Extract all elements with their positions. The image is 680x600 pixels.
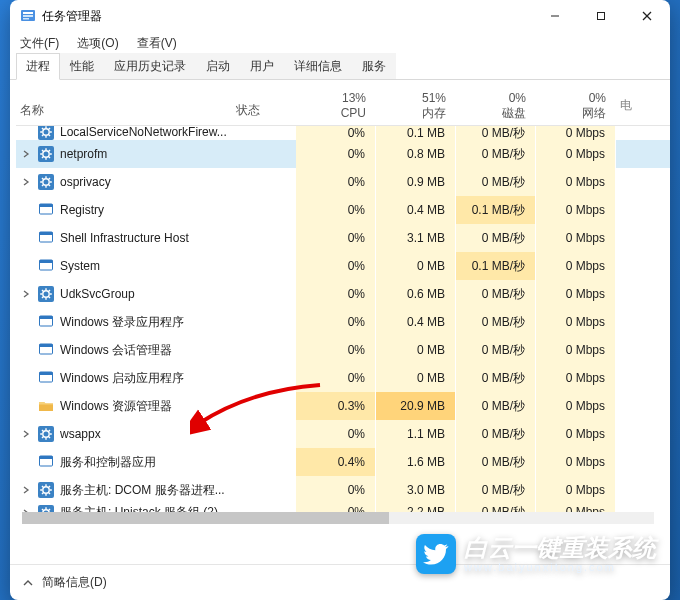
- tab-startup[interactable]: 启动: [196, 53, 240, 79]
- process-memory: 1.1 MB: [376, 420, 456, 448]
- chevron-right-icon[interactable]: [20, 148, 32, 160]
- process-network: 0 Mbps: [536, 280, 616, 308]
- fewer-details-button[interactable]: 简略信息(D): [42, 574, 107, 591]
- process-network: 0 Mbps: [536, 252, 616, 280]
- table-row[interactable]: Windows 启动应用程序0%0 MB0 MB/秒0 Mbps: [16, 364, 670, 392]
- table-row[interactable]: Shell Infrastructure Host0%3.1 MB0 MB/秒0…: [16, 224, 670, 252]
- process-name: Windows 登录应用程序: [60, 314, 184, 331]
- table-row[interactable]: Windows 资源管理器0.3%20.9 MB0 MB/秒0 Mbps: [16, 392, 670, 420]
- table-row[interactable]: 服务和控制器应用0.4%1.6 MB0 MB/秒0 Mbps: [16, 448, 670, 476]
- maximize-button[interactable]: [578, 0, 624, 32]
- app-icon: [38, 230, 54, 246]
- tab-apphistory[interactable]: 应用历史记录: [104, 53, 196, 79]
- scrollbar-thumb[interactable]: [22, 512, 389, 524]
- svg-line-36: [49, 178, 50, 179]
- process-memory: 0 MB: [376, 336, 456, 364]
- process-memory: 0.4 MB: [376, 196, 456, 224]
- header-name[interactable]: 名称: [16, 102, 236, 125]
- process-network: 0 Mbps: [536, 224, 616, 252]
- svg-line-17: [42, 135, 43, 136]
- svg-line-15: [49, 135, 50, 136]
- menu-view[interactable]: 查看(V): [133, 33, 181, 54]
- svg-rect-5: [598, 13, 605, 20]
- process-name: netprofm: [60, 147, 107, 161]
- gear-icon: [38, 286, 54, 302]
- process-cpu: 0%: [296, 126, 376, 140]
- svg-rect-59: [40, 372, 53, 375]
- process-cpu: 0%: [296, 420, 376, 448]
- header-disk[interactable]: 0%磁盘: [456, 91, 536, 120]
- gear-icon: [38, 426, 54, 442]
- header-memory[interactable]: 51%内存: [376, 91, 456, 120]
- process-network: 0 Mbps: [536, 448, 616, 476]
- close-button[interactable]: [624, 0, 670, 32]
- tab-users[interactable]: 用户: [240, 53, 284, 79]
- chevron-up-icon[interactable]: [22, 577, 34, 589]
- header-power[interactable]: 电: [616, 97, 636, 114]
- process-cpu: 0%: [296, 252, 376, 280]
- process-disk: 0 MB/秒: [456, 126, 536, 140]
- process-network: 0 Mbps: [536, 476, 616, 504]
- table-row[interactable]: Windows 会话管理器0%0 MB0 MB/秒0 Mbps: [16, 336, 670, 364]
- process-rows: LocalServiceNoNetworkFirew...0%0.1 MB0 M…: [16, 126, 670, 530]
- titlebar[interactable]: 任务管理器: [10, 0, 670, 32]
- svg-rect-71: [40, 456, 53, 459]
- tab-performance[interactable]: 性能: [60, 53, 104, 79]
- column-headers: 名称 状态 13%CPU 51%内存 0%磁盘 0%网络 电: [16, 86, 670, 126]
- process-memory: 0.8 MB: [376, 140, 456, 168]
- process-name: wsappx: [60, 427, 101, 441]
- process-cpu: 0%: [296, 168, 376, 196]
- table-row[interactable]: Windows 登录应用程序0%0.4 MB0 MB/秒0 Mbps: [16, 308, 670, 336]
- svg-line-26: [49, 150, 50, 151]
- process-memory: 0.6 MB: [376, 280, 456, 308]
- process-disk: 0.1 MB/秒: [456, 196, 536, 224]
- process-name: Windows 会话管理器: [60, 342, 172, 359]
- svg-rect-2: [23, 15, 33, 17]
- chevron-right-icon[interactable]: [20, 428, 32, 440]
- svg-line-16: [49, 128, 50, 129]
- menu-file[interactable]: 文件(F): [16, 33, 63, 54]
- table-row[interactable]: wsappx0%1.1 MB0 MB/秒0 Mbps: [16, 420, 670, 448]
- app-icon: [38, 342, 54, 358]
- tab-details[interactable]: 详细信息: [284, 53, 352, 79]
- process-memory: 0 MB: [376, 364, 456, 392]
- tab-services[interactable]: 服务: [352, 53, 396, 79]
- process-disk: 0 MB/秒: [456, 392, 536, 420]
- table-row[interactable]: LocalServiceNoNetworkFirew...0%0.1 MB0 M…: [16, 126, 670, 140]
- table-row[interactable]: 服务主机: DCOM 服务器进程...0%3.0 MB0 MB/秒0 Mbps: [16, 476, 670, 504]
- chevron-right-icon[interactable]: [20, 484, 32, 496]
- svg-line-67: [49, 437, 50, 438]
- process-network: 0 Mbps: [536, 392, 616, 420]
- process-disk: 0 MB/秒: [456, 448, 536, 476]
- menu-options[interactable]: 选项(O): [73, 33, 122, 54]
- app-icon: [38, 258, 54, 274]
- tab-processes[interactable]: 进程: [16, 53, 60, 80]
- table-row[interactable]: System0%0 MB0.1 MB/秒0 Mbps: [16, 252, 670, 280]
- table-row[interactable]: UdkSvcGroup0%0.6 MB0 MB/秒0 Mbps: [16, 280, 670, 308]
- chevron-right-icon[interactable]: [20, 176, 32, 188]
- chevron-right-icon[interactable]: [20, 288, 32, 300]
- table-row[interactable]: netprofm0%0.8 MB0 MB/秒0 Mbps: [16, 140, 670, 168]
- table-row[interactable]: Registry0%0.4 MB0.1 MB/秒0 Mbps: [16, 196, 670, 224]
- app-icon: [38, 314, 54, 330]
- svg-line-69: [42, 437, 43, 438]
- process-disk: 0 MB/秒: [456, 308, 536, 336]
- svg-line-81: [42, 493, 43, 494]
- process-memory: 0.9 MB: [376, 168, 456, 196]
- header-status[interactable]: 状态: [236, 102, 296, 125]
- process-memory: 20.9 MB: [376, 392, 456, 420]
- svg-line-34: [42, 178, 43, 179]
- tabbar: 进程 性能 应用历史记录 启动 用户 详细信息 服务: [10, 54, 670, 80]
- folder-icon: [38, 398, 54, 414]
- svg-rect-1: [23, 12, 33, 14]
- process-disk: 0.1 MB/秒: [456, 252, 536, 280]
- header-network[interactable]: 0%网络: [536, 91, 616, 120]
- svg-rect-39: [40, 204, 53, 207]
- header-cpu[interactable]: 13%CPU: [296, 91, 376, 120]
- svg-line-53: [42, 297, 43, 298]
- table-row[interactable]: osprivacy0%0.9 MB0 MB/秒0 Mbps: [16, 168, 670, 196]
- horizontal-scrollbar[interactable]: [22, 512, 654, 524]
- process-network: 0 Mbps: [536, 140, 616, 168]
- minimize-button[interactable]: [532, 0, 578, 32]
- process-name: LocalServiceNoNetworkFirew...: [60, 126, 227, 139]
